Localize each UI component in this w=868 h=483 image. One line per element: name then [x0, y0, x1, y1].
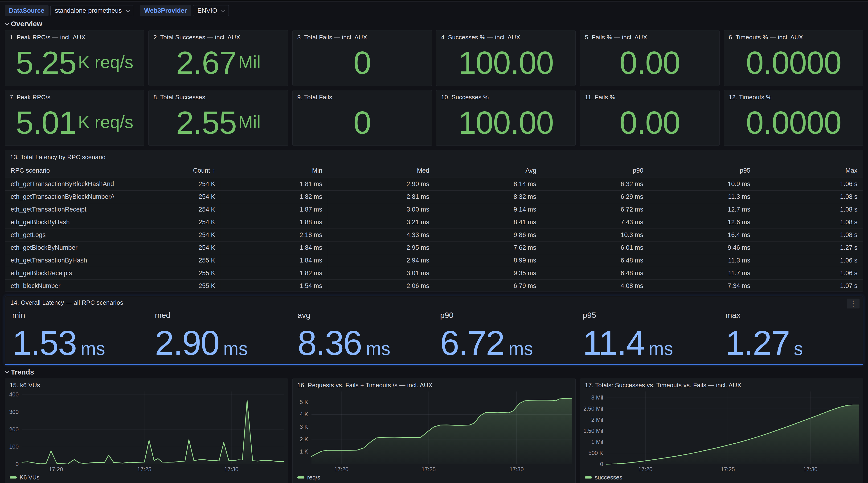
stat-panel: 7. Peak RPC/s5.01K req/s — [5, 90, 144, 146]
latency-value-cell: 6.48 ms — [542, 254, 649, 267]
latency-value-cell: 255 K — [114, 280, 221, 292]
time-series-plot[interactable]: 1 K2 K3 K4 K5 K17:2017:2517:30 — [292, 389, 576, 473]
section-header-overview[interactable]: Overview — [5, 20, 868, 28]
variable-selected-value: standalone-prometheus — [55, 7, 122, 15]
stat-value: 100.00 — [438, 100, 574, 145]
latency-value-cell: 1.06 s — [756, 254, 863, 267]
stat-value: 2.55Mil — [151, 100, 286, 145]
latency-value-cell: 4.33 ms — [328, 229, 435, 242]
latency-value-cell: 10.9 ms — [649, 178, 756, 191]
stat-value-number: 100.00 — [458, 107, 554, 139]
table-row: eth_getTransactionByHash255 K1.84 ms2.94… — [5, 254, 863, 267]
stat-value-number: 2.90 — [155, 326, 219, 360]
column-header-avg[interactable]: Avg — [435, 164, 542, 178]
column-header-min[interactable]: Min — [221, 164, 328, 178]
chevron-down-icon — [221, 7, 226, 12]
y-axis-tick-label: 3 K — [300, 424, 308, 430]
latency-value-cell: 1.06 s — [756, 178, 863, 191]
panel-title: 13. Total Latency by RPC scenario — [5, 153, 863, 161]
series-color-swatch — [585, 476, 592, 479]
stat-value: 5.01K req/s — [7, 100, 142, 145]
legend-item[interactable]: req/s — [292, 473, 576, 483]
stat-panel: 1. Peak RPC/s — incl. AUX5.25K req/s — [5, 30, 144, 86]
column-header-rpc-scenario[interactable]: RPC scenario — [5, 164, 114, 178]
x-axis-tick-label: 17:30 — [509, 466, 524, 473]
stat-panel: 2. Total Successes — incl. AUX2.67Mil — [149, 30, 288, 86]
latency-value-cell: 1.82 ms — [221, 191, 328, 203]
variable-dropdown[interactable]: ENVIO — [193, 5, 229, 16]
y-axis-tick-label: 400 — [9, 391, 19, 398]
stat-value-unit: Mil — [239, 113, 261, 132]
latency-value-cell: 11.7 ms — [649, 267, 756, 280]
latency-value-cell: 1.27 s — [756, 242, 863, 254]
column-header-label: Count — [193, 167, 210, 174]
collapse-chevron-icon — [5, 21, 9, 25]
time-series-plot[interactable]: 010020030040017:2017:2517:30 — [5, 389, 288, 473]
series-name: req/s — [307, 474, 320, 481]
latency-value-cell: 254 K — [114, 229, 221, 242]
time-series-plot[interactable]: 0500 K1 Mil1.50 Mil2 Mil2.50 Mil3 Mil17:… — [580, 389, 863, 473]
column-header-max[interactable]: Max — [756, 164, 863, 178]
latency-value-cell: 1.84 ms — [221, 242, 328, 254]
grafana-dashboard: DataSourcestandalone-prometheusWeb3Provi… — [0, 0, 868, 483]
latency-value-cell: 1.06 s — [756, 267, 863, 280]
panel-menu-kebab-icon[interactable]: ⋮ — [847, 299, 860, 309]
legend-item[interactable]: successes — [580, 473, 863, 483]
x-axis-tick-label: 17:30 — [224, 466, 239, 473]
y-axis-tick-label: 1 Mil — [591, 439, 603, 445]
table-row: eth_getBlockByHash254 K1.88 ms3.21 ms8.4… — [5, 216, 863, 229]
section-title: Overview — [11, 20, 42, 28]
chart-panel: 16. Requests vs. Fails + Timeouts /s — i… — [292, 378, 576, 483]
table-row: eth_getLogs254 K2.18 ms4.33 ms9.86 ms10.… — [5, 229, 863, 242]
latency-value-cell: 9.86 ms — [435, 229, 542, 242]
stat-value-unit: ms — [649, 338, 673, 360]
column-header-count[interactable]: Count↑ — [114, 164, 221, 178]
variable-dropdown[interactable]: standalone-prometheus — [51, 5, 133, 16]
y-axis-tick-label: 200 — [9, 426, 19, 432]
latency-value-cell: 12.6 ms — [649, 216, 756, 229]
column-header-label: RPC scenario — [10, 167, 50, 174]
legend-item[interactable]: K6 VUs — [5, 473, 288, 483]
series-color-swatch — [297, 476, 304, 479]
y-axis-tick-label: 2.50 Mil — [583, 405, 603, 412]
overall-latency-stats: min1.53msmed2.90msavg8.36msp906.72msp951… — [5, 306, 863, 360]
latency-value-cell: 9.35 ms — [435, 267, 542, 280]
stat-value: 5.25K req/s — [7, 40, 142, 86]
x-axis-tick-label: 17:25 — [137, 466, 152, 473]
column-header-med[interactable]: Med — [328, 164, 435, 178]
table-row: eth_getBlockReceipts255 K1.82 ms3.01 ms9… — [5, 267, 863, 280]
stat-value-unit: Mil — [239, 54, 261, 72]
latency-value-cell: 8.99 ms — [435, 254, 542, 267]
stat-panel: 12. Timeouts %0.0000 — [724, 90, 863, 146]
latency-value-cell: 1.08 s — [756, 229, 863, 242]
stat-value-unit: ms — [81, 338, 105, 360]
overall-stat-p90: p906.72ms — [434, 311, 577, 360]
stat-value-number: 0 — [353, 107, 371, 139]
latency-value-cell: 12.7 ms — [649, 203, 756, 216]
latency-value-cell: 6.72 ms — [542, 203, 649, 216]
latency-value-cell: 3.00 ms — [328, 203, 435, 216]
y-axis-tick-label: 300 — [9, 409, 19, 415]
stat-value-unit: K req/s — [78, 54, 133, 72]
y-axis-tick-label: 0 — [16, 461, 19, 467]
stat-value-unit: s — [794, 338, 803, 360]
table-row: eth_getTransactionByBlockHashAndIndex254… — [5, 178, 863, 191]
section-header-trends[interactable]: Trends — [5, 368, 863, 376]
rpc-scenario-cell: eth_getTransactionByBlockHashAndIndex — [5, 178, 114, 191]
dashboard-content: 1. Peak RPC/s — incl. AUX5.25K req/s2. T… — [0, 30, 868, 483]
rpc-scenario-cell: eth_getTransactionByBlockNumberAndIndex — [5, 191, 114, 203]
table-row: eth_getBlockByNumber254 K1.84 ms2.95 ms7… — [5, 242, 863, 254]
overall-stat-min: min1.53ms — [6, 311, 149, 360]
latency-value-cell: 2.06 ms — [328, 280, 435, 292]
sort-ascending-icon: ↑ — [212, 167, 215, 174]
column-header-p90[interactable]: p90 — [542, 164, 649, 178]
latency-table-panel: 13. Total Latency by RPC scenario RPC sc… — [5, 150, 863, 291]
chevron-down-icon — [126, 7, 130, 12]
latency-value-cell: 1.08 s — [756, 203, 863, 216]
table-row: eth_getTransactionByBlockNumberAndIndex2… — [5, 191, 863, 203]
stat-value: 0.00 — [582, 40, 717, 86]
stat-value: 0.0000 — [726, 100, 861, 145]
column-header-p95[interactable]: p95 — [649, 164, 756, 178]
latency-value-cell: 11.3 ms — [649, 254, 756, 267]
stat-value: 1.53ms — [12, 326, 143, 360]
